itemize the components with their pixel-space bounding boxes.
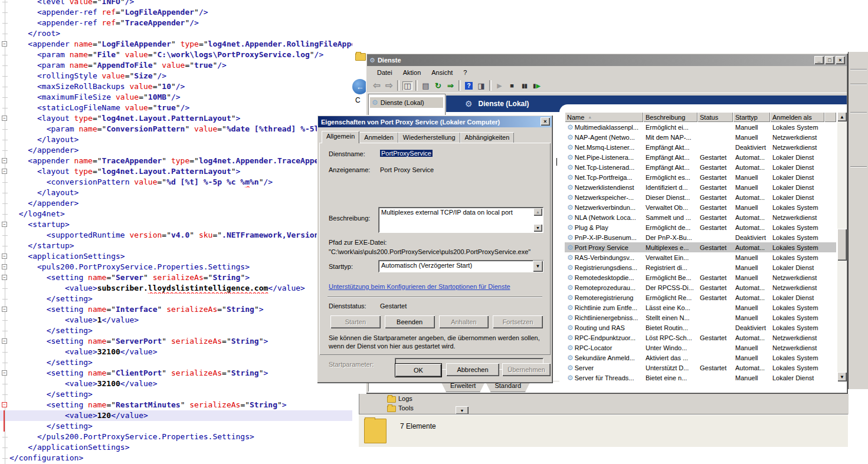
column-header-status[interactable]: Status (697, 112, 733, 122)
menu-item-ansicht[interactable]: Ansicht (426, 68, 458, 77)
scroll-up-button[interactable]: ▲ (837, 112, 847, 121)
table-row[interactable]: ⚙Richtlinienergebniss...Stellt einen N..… (565, 312, 836, 323)
fold-collapse-box[interactable]: − (2, 41, 7, 47)
fold-collapse-box[interactable]: − (2, 275, 7, 280)
table-row[interactable]: ⚙Netzwerkspeicher-...Dieser Dienst...Ges… (565, 192, 836, 202)
export-list-icon[interactable]: ⇒ (444, 80, 457, 91)
scroll-up-button[interactable]: ▲ (533, 208, 542, 216)
dialog-tabs: AllgemeinAnmeldenWiederherstellungAbhäng… (322, 131, 514, 143)
tree-item-label[interactable]: Tools (398, 404, 414, 412)
menu-item-aktion[interactable]: Aktion (398, 68, 427, 77)
table-cell: Unter Windo... (643, 344, 697, 351)
menu-item-datei[interactable]: Datei (372, 68, 398, 77)
scrollbar-thumb[interactable] (837, 229, 847, 261)
table-row[interactable]: ⚙Remoteprozedurau...Der RPCSS-Di...Gesta… (565, 282, 836, 292)
column-header-name[interactable]: Name ▲ (565, 112, 643, 122)
table-cell: Ermöglicht Re... (643, 294, 697, 301)
table-row[interactable]: ⚙Multimediaklassenpl...Ermöglicht ei...M… (565, 122, 836, 132)
beenden-button[interactable]: Beenden (385, 315, 435, 328)
table-row[interactable]: ⚙Server für Threads...Bietet eine n...Ma… (565, 373, 836, 382)
table-cell: Ermöglicht es... (643, 174, 697, 181)
table-row[interactable]: ⚙RAS-Verbindungsv...Verwaltet Ein...Manu… (565, 252, 836, 262)
table-row[interactable]: ⚙Port Proxy ServiceMultiplexes e...Gesta… (565, 242, 836, 252)
fold-collapse-box[interactable]: − (2, 307, 7, 312)
apply-button[interactable]: Übernehmen (502, 363, 551, 376)
properties-icon[interactable]: ▤ (420, 80, 432, 91)
table-row[interactable]: ⚙RPC-LocatorUnter Windo...ManuellNetzwer… (565, 343, 836, 353)
minimize-button[interactable]: _ (814, 56, 824, 64)
help-icon[interactable]: ? (463, 80, 475, 91)
table-cell: Gestartet (697, 154, 733, 161)
tree-item-dienste-lokal[interactable]: ⚙ Dienste (Lokal) (370, 97, 443, 108)
table-cell: Gestartet (697, 294, 733, 301)
table-row[interactable]: ⚙Richtlinie zum Entfe...Lässt eine Ko...… (565, 302, 836, 312)
fold-collapse-box[interactable]: − (2, 370, 7, 376)
table-row[interactable]: ⚙Plug & PlayErmöglicht de...GestartetAut… (565, 222, 836, 232)
window-title: Dienste (378, 57, 401, 64)
changed-fold-marker[interactable]: − (2, 402, 7, 407)
tab-abhngigkeiten[interactable]: Abhängigkeiten (460, 132, 515, 143)
table-row[interactable]: ⚙Remotedesktopdie...Ermöglicht Be...Gest… (565, 272, 836, 282)
column-header-anmeldenals[interactable]: Anmelden als (770, 112, 824, 122)
start-service-icon[interactable]: ▶ (493, 80, 506, 91)
fold-collapse-box[interactable]: − (2, 116, 7, 121)
maximize-button[interactable]: □ (825, 56, 834, 64)
tab-allgemein[interactable]: Allgemein (322, 131, 359, 143)
fold-collapse-box[interactable]: − (2, 254, 7, 259)
table-row[interactable]: ⚙Netzwerkverbindun...Verwaltet Ob...Gest… (565, 202, 836, 212)
table-row[interactable]: ⚙NetzwerklistendienstIdentifiziert d...G… (565, 182, 836, 192)
restart-service-icon[interactable]: ▮▶ (530, 80, 543, 91)
code-line: <layout type="log4net.Layout.PatternLayo… (0, 113, 352, 124)
console-tree-icon[interactable]: ◫ (401, 80, 414, 91)
description-field[interactable]: Multiplexes external TCP/IP data on loca… (378, 207, 543, 233)
stop-service-icon[interactable]: ■ (506, 80, 518, 91)
dialog-titlebar[interactable]: Eigenschaften von Port Proxy Service (Lo… (318, 116, 552, 127)
ok-button[interactable]: OK (395, 363, 442, 377)
table-row[interactable]: ⚙Net.Tcp-Portfreiga...Ermöglicht es...Ge… (565, 172, 836, 182)
menu-item-?[interactable]: ? (458, 68, 472, 77)
fold-collapse-box[interactable]: − (2, 222, 7, 227)
scroll-down-button[interactable]: ▼ (533, 224, 542, 232)
dropdown-button[interactable]: ▼ (456, 406, 469, 414)
table-row[interactable]: ⚙ServerUnterstützt D...GestartetAutomat.… (565, 363, 836, 373)
table-row[interactable]: ⚙Net.Pipe-Listenera...Empfängt Akt...Ges… (565, 152, 836, 162)
table-row[interactable]: ⚙RemoteregistrierungErmöglicht Re...Gest… (565, 292, 836, 302)
refresh-icon[interactable]: ↻ (432, 80, 444, 91)
services-window-titlebar[interactable]: ⚙ Dienste _ □ × (367, 54, 847, 66)
table-row[interactable]: ⚙RPC-Endpunktzuor...Löst RPC-Sch...Gesta… (565, 333, 836, 343)
table-cell: Gestartet (697, 364, 733, 371)
startup-type-select[interactable]: Automatisch (Verzögerter Start) ▼ (378, 260, 543, 272)
table-cell: Ermöglicht de... (643, 224, 697, 231)
scroll-down-button[interactable]: ▼ (837, 372, 847, 381)
table-cell: Mit dem NAP-... (643, 134, 697, 141)
cancel-button[interactable]: Abbrechen (446, 363, 499, 376)
forward-icon[interactable]: ⇨ (383, 80, 395, 91)
back-icon[interactable]: ⇦ (371, 80, 383, 91)
pause-service-icon[interactable]: ▮▮ (518, 80, 530, 91)
table-row[interactable]: ⚙Registrierungsdiens...Registriert di...… (565, 262, 836, 272)
code-line: <appender name="LogFileAppender" type="l… (0, 39, 352, 50)
column-header-beschreibung[interactable]: Beschreibung (643, 112, 697, 122)
table-row[interactable]: ⚙Sekundäre Anmeld...Aktiviert das ...Man… (565, 353, 836, 363)
table-row[interactable]: ⚙Net.Tcp-Listenerad...Empfängt Akt...Ges… (565, 162, 836, 172)
tab-anmelden[interactable]: Anmelden (359, 132, 398, 143)
fold-collapse-box[interactable]: − (2, 264, 7, 269)
chevron-down-icon[interactable]: ▼ (533, 261, 543, 272)
tab-wiederherstellung[interactable]: Wiederherstellung (398, 132, 460, 143)
fold-collapse-box[interactable]: − (2, 169, 7, 174)
xml-editor[interactable]: <level value="INFO"/> <appender-ref ref=… (0, 0, 352, 464)
column-header-starttyp[interactable]: Starttyp (733, 112, 770, 122)
tree-item-label[interactable]: Logs (398, 395, 412, 402)
close-icon[interactable]: × (541, 117, 550, 126)
table-row[interactable]: ⚙Net.Msmq-Listener...Empfängt Akt...Deak… (565, 142, 836, 152)
table-row[interactable]: ⚙PnP-X-IP-Busenum...Der PnP-X-Bu...Deakt… (565, 232, 836, 242)
fold-collapse-box[interactable]: − (2, 338, 7, 344)
fold-collapse-box[interactable]: − (2, 158, 7, 163)
table-row[interactable]: ⚙NAP-Agent (Netwo...Mit dem NAP-...Manue… (565, 132, 836, 142)
table-row[interactable]: ⚙NLA (Network Loca...Sammelt und ...Gest… (565, 212, 836, 222)
vertical-scrollbar[interactable]: ▲ ▼ (837, 112, 847, 382)
extended-view-icon[interactable]: ◨ (475, 80, 487, 91)
startup-options-help-link[interactable]: Unterstützung beim Konfigurieren der Sta… (329, 283, 510, 290)
close-button[interactable]: × (836, 56, 845, 64)
table-row[interactable]: ⚙Routing und RASBietet Routin...Deaktivi… (565, 323, 836, 333)
